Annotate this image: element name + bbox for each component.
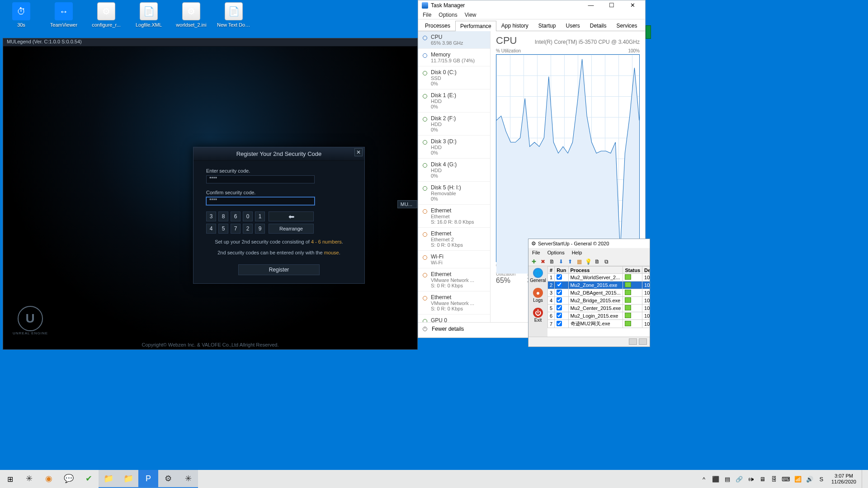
sidebar-item[interactable]: Wi-FiWi-Fi — [418, 251, 490, 268]
confirm-code-input[interactable]: **** — [206, 197, 315, 205]
sidebar-item[interactable]: EthernetEthernet 2S: 0 R: 0 Kbps — [418, 228, 490, 251]
tray-icon[interactable]: 🕪 — [746, 474, 755, 483]
maximize-button[interactable]: ☐ — [603, 0, 621, 10]
sidebar-item[interactable]: EthernetVMware Network ...S: 0 R: 0 Kbps — [418, 291, 490, 314]
taskbar-item[interactable]: 📁 — [118, 470, 138, 488]
tab-startup[interactable]: Startup — [533, 20, 561, 31]
tray-icon[interactable]: ⬛ — [711, 474, 720, 483]
ss-side-logs[interactable]: ●Logs — [530, 288, 546, 306]
sidebar-item[interactable]: Disk 0 (C:)SSD0% — [418, 66, 490, 89]
run-checkbox[interactable] — [557, 305, 562, 310]
col-header[interactable]: Run — [555, 267, 568, 274]
run-checkbox[interactable] — [557, 313, 562, 318]
mu-side-button[interactable]: MU... — [397, 200, 417, 208]
run-checkbox[interactable] — [557, 297, 562, 303]
taskbar-item[interactable]: ✔ — [79, 470, 99, 488]
taskbar-item[interactable]: ◉ — [39, 470, 59, 488]
tray-icon[interactable]: ▤ — [723, 474, 732, 483]
up-icon[interactable]: ⬆ — [566, 258, 574, 265]
desktop-icon[interactable]: ↔TeamViewer — [47, 2, 80, 28]
taskbar-item[interactable]: ✳ — [19, 470, 39, 488]
sidebar-item[interactable]: Disk 2 (F:)HDD0% — [418, 113, 490, 136]
keypad-key-1[interactable]: 1 — [255, 211, 265, 221]
window-resize-handle[interactable] — [646, 25, 651, 39]
process-row[interactable]: 2Mu2_Zone_2015.exe1000 — [548, 282, 650, 289]
run-checkbox[interactable] — [557, 282, 562, 287]
run-checkbox[interactable] — [557, 290, 562, 295]
status-button-1[interactable] — [629, 338, 637, 345]
menu-options[interactable]: Options — [439, 12, 457, 18]
tab-details[interactable]: Details — [585, 20, 612, 31]
sidebar-item[interactable]: Disk 5 (H: I:)Removable0% — [418, 182, 490, 205]
tray-icon[interactable]: ^ — [699, 474, 708, 483]
ss-menu-file[interactable]: File — [532, 250, 540, 255]
remove-icon[interactable]: ✖ — [539, 258, 547, 265]
keypad-key-5[interactable]: 5 — [218, 224, 228, 234]
taskbar-item[interactable]: ⚙ — [158, 470, 178, 488]
process-row[interactable]: 7奇迹MU2网关.exe1000 — [548, 320, 650, 328]
process-row[interactable]: 1Mu2_WorldServer_2...1000 — [548, 274, 650, 282]
tray-icon[interactable]: 🖥 — [758, 474, 767, 483]
sidebar-item[interactable]: Memory11.7/15.9 GB (74%) — [418, 49, 490, 66]
desktop-icon[interactable]: ⚙worldset_2.ini — [175, 2, 208, 28]
sidebar-item[interactable]: Disk 3 (D:)HDD0% — [418, 136, 490, 159]
col-header[interactable]: Status — [623, 267, 642, 274]
desktop-icon[interactable]: ⏱30s — [5, 2, 38, 28]
backspace-button[interactable]: ⬅ — [269, 211, 314, 221]
tm-titlebar[interactable]: Task Manager — ☐ ✕ — [418, 0, 645, 10]
ss-side-general[interactable]: 🌐General — [530, 268, 546, 286]
tab-users[interactable]: Users — [561, 20, 585, 31]
list-icon[interactable]: ▦ — [576, 258, 583, 265]
keypad-key-9[interactable]: 9 — [255, 224, 265, 234]
doc2-icon[interactable]: 🗎 — [594, 258, 601, 265]
keypad-key-6[interactable]: 6 — [231, 211, 241, 221]
bulb-icon[interactable]: 💡 — [585, 258, 592, 265]
tray-icon[interactable]: 📶 — [793, 474, 802, 483]
keypad-key-0[interactable]: 0 — [243, 211, 253, 221]
sidebar-item[interactable]: EthernetEthernetS: 16.0 R: 8.0 Kbps — [418, 205, 490, 228]
close-button[interactable]: ✕ — [623, 0, 642, 10]
register-button[interactable]: Register — [238, 264, 320, 275]
tray-icon[interactable]: S — [817, 474, 826, 483]
minimize-button[interactable]: — — [582, 0, 600, 10]
tab-app-history[interactable]: App history — [496, 20, 533, 31]
enter-code-input[interactable]: **** — [206, 175, 315, 183]
ss-menu-help[interactable]: Help — [572, 250, 582, 255]
col-header[interactable]: # — [548, 267, 555, 274]
process-row[interactable]: 6Mu2_Login_2015.exe1000 — [548, 312, 650, 320]
ss-side-exit[interactable]: ⏻Exit — [530, 308, 546, 326]
doc-icon[interactable]: 🗎 — [548, 258, 556, 265]
copy-icon[interactable]: ⧉ — [603, 258, 610, 265]
taskbar-item[interactable]: ✳ — [178, 470, 198, 488]
desktop-icon[interactable]: 📄New Text Document.... — [217, 2, 250, 28]
keypad-key-3[interactable]: 3 — [206, 211, 216, 221]
sidebar-item[interactable]: CPU65% 3.98 GHz — [418, 31, 490, 49]
tray-icon[interactable]: 🔗 — [735, 474, 744, 483]
sidebar-item[interactable]: Disk 4 (G:)HDD0% — [418, 159, 490, 182]
process-row[interactable]: 5Mu2_Center_2015.exe1000 — [548, 305, 650, 312]
taskbar-item[interactable]: P — [138, 470, 158, 488]
fewer-details-link[interactable]: Fewer details — [432, 326, 464, 332]
process-grid[interactable]: #RunProcessStatusDelayParameter1Mu2_Worl… — [547, 266, 650, 337]
ss-menu-options[interactable]: Options — [547, 250, 565, 255]
show-desktop-button[interactable] — [862, 470, 864, 488]
process-row[interactable]: 4Mu2_Bridge_2015.exe1000 — [548, 297, 650, 305]
sidebar-item[interactable]: EthernetVMware Network ...S: 0 R: 0 Kbps — [418, 268, 490, 291]
process-row[interactable]: 3Mu2_DBAgent_2015...1000 — [548, 289, 650, 297]
keypad-key-8[interactable]: 8 — [218, 211, 228, 221]
tab-services[interactable]: Services — [612, 20, 642, 31]
run-checkbox[interactable] — [557, 274, 562, 280]
keypad-key-2[interactable]: 2 — [243, 224, 253, 234]
col-header[interactable]: Process — [568, 267, 623, 274]
menu-file[interactable]: File — [423, 12, 431, 18]
ss-titlebar[interactable]: ⚙ ServerStartUp - General © 2020 — [528, 239, 650, 248]
desktop-icon[interactable]: ⚙configure_r... — [90, 2, 123, 28]
sidebar-item[interactable]: GPU 0Radeon RX 570 Ser... — [418, 314, 490, 322]
col-header[interactable]: Delay — [642, 267, 650, 274]
game-viewport[interactable]: MU... U UNREAL ENGINE Copyright© Webzen … — [3, 47, 417, 349]
chevron-up-icon[interactable]: ˄ — [423, 327, 427, 331]
rearrange-button[interactable]: Rearrange — [269, 224, 314, 234]
tray-icon[interactable]: 🗄 — [770, 474, 779, 483]
run-checkbox[interactable] — [557, 321, 562, 326]
keypad-key-4[interactable]: 4 — [206, 224, 216, 234]
